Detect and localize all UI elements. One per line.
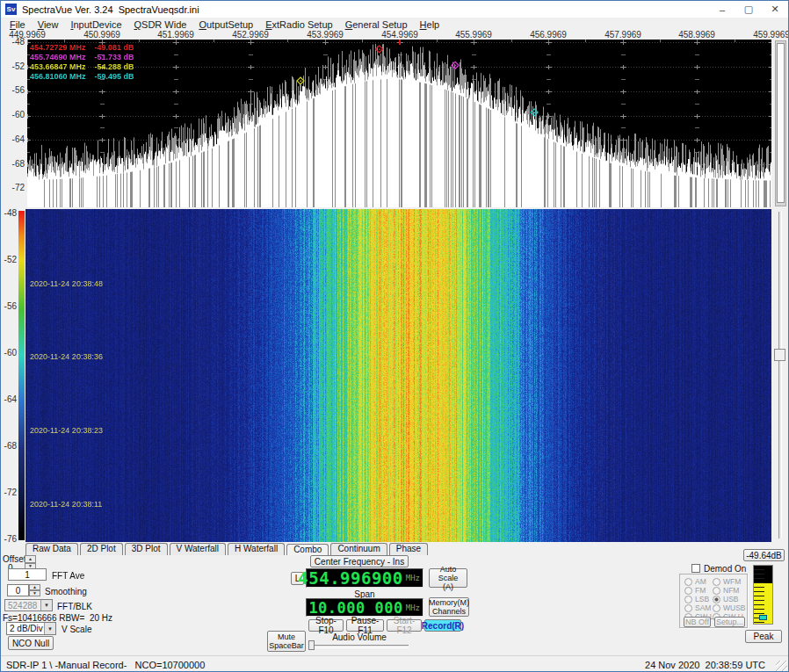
demod-on-checkbox[interactable] (691, 564, 700, 573)
waterfall-display[interactable] (25, 209, 771, 542)
resize-grip-icon[interactable] (776, 661, 787, 672)
marker-level: -49.081 dB (95, 43, 134, 53)
menu-input-device[interactable]: InputDevice (64, 18, 127, 31)
signal-meter-peak-marker (759, 615, 767, 620)
freq-tick: 459.9969 (753, 31, 789, 40)
freq-tick: 452.9969 (232, 31, 269, 40)
marker-readout-line: 456.81060 MHz -59.495 dB (30, 72, 134, 82)
marker-readout-line: 454.72729 MHz -49.081 dB (30, 43, 134, 53)
nb-off-button[interactable]: NB Off (684, 617, 711, 627)
scrollbar-thumb[interactable] (777, 43, 785, 203)
tab-raw-data[interactable]: Raw Data (25, 543, 78, 555)
v-scale-label: V Scale (62, 625, 91, 634)
menu-help[interactable]: Help (414, 18, 446, 31)
memory-channels-button[interactable]: Memory(M) Channels (429, 597, 469, 617)
spinner-up-icon[interactable]: ▲ (29, 584, 40, 590)
memory-line2: Channels (432, 607, 466, 616)
center-frequency-display[interactable]: 454.996900 MHz (306, 568, 423, 588)
radio-icon (684, 587, 692, 595)
smoothing-label: Smoothing (45, 587, 87, 596)
spectrum-db-axis: -48 -52 -56 -60 -64 -68 -72 (1, 40, 27, 207)
span-display[interactable]: 10.000 000 MHz (306, 598, 423, 617)
marker-freq: 456.81060 MHz (30, 72, 86, 82)
waterfall-db-axis: -48 -52 -56 -60 -64 -68 -72 -76 (1, 209, 18, 542)
db-tick: -68 (2, 159, 25, 169)
audio-volume-thumb[interactable] (308, 640, 315, 650)
spinner-up-icon[interactable]: ▲ (25, 555, 36, 563)
fft-ave-input[interactable] (8, 568, 47, 581)
smoothing-input[interactable] (7, 584, 29, 596)
view-tab-bar: Raw Data 2D Plot 3D Plot V Waterfall H W… (25, 543, 430, 555)
mute-button[interactable]: Mute SpaceBar (267, 631, 306, 652)
slider-thumb[interactable] (774, 349, 785, 361)
record-button[interactable]: Record(R) (424, 619, 461, 632)
stop-button[interactable]: Stop-F10 (308, 619, 344, 632)
menu-extradio-setup[interactable]: ExtRadio Setup (259, 18, 338, 31)
auto-scale-line2: (A) (443, 582, 453, 591)
marker-readout-line: 455.74690 MHz -51.733 dB (30, 53, 134, 62)
spectrum-scrollbar[interactable] (771, 40, 789, 207)
fft-blk-select[interactable]: 524288 ▼ (4, 599, 53, 611)
peak-button[interactable]: Peak (745, 630, 782, 643)
tab-combo[interactable]: Combo (286, 544, 329, 555)
center-frequency-unit: MHz (406, 574, 420, 582)
menu-file[interactable]: File (4, 18, 32, 31)
freq-tick: 455.9969 (455, 31, 492, 40)
maximize-icon[interactable]: ▢ (735, 1, 762, 18)
tab-h-waterfall[interactable]: H Waterfall (228, 543, 285, 555)
audio-volume-slider[interactable] (310, 645, 409, 648)
menu-view[interactable]: View (32, 18, 65, 31)
menu-output-setup[interactable]: OutputSetup (192, 18, 259, 31)
db-tick: -52 (1, 255, 17, 264)
db-tick: -52 (2, 61, 25, 71)
radio-wfm[interactable]: WFM (713, 577, 741, 586)
setup-button[interactable]: Setup... (714, 617, 745, 627)
start-button[interactable]: Start-F12 (387, 619, 422, 632)
pause-button[interactable]: Pause-F11 (346, 619, 384, 632)
marker-readout: 454.72729 MHz -49.081 dB 455.74690 MHz -… (30, 43, 134, 82)
auto-scale-button[interactable]: Auto Scale (A) (429, 568, 467, 588)
waterfall-contrast-slider[interactable] (771, 209, 789, 542)
frequency-axis: 449.9969 450.9969 451.9969 452.9969 453.… (1, 31, 788, 40)
radio-am[interactable]: AM (684, 577, 706, 586)
db-tick: -76 (1, 534, 17, 544)
center-frequency-button[interactable]: Center Frequency - Ins (310, 555, 409, 567)
span-value: 10.000 000 (308, 599, 402, 617)
radio-usb[interactable]: USB (713, 595, 738, 603)
radio-fm[interactable]: FM (684, 586, 706, 595)
db-tick: -48 (1, 208, 17, 218)
radio-nfm[interactable]: NFM (713, 586, 739, 595)
radio-lsb[interactable]: LSB (684, 595, 709, 603)
radio-icon (684, 604, 692, 612)
dropdown-arrow-icon: ▼ (44, 623, 55, 634)
close-icon[interactable]: ✕ (762, 1, 788, 18)
spectrum-plot[interactable] (27, 40, 771, 207)
marker-level: -54.288 dB (95, 62, 134, 72)
mute-line1: Mute (278, 632, 295, 641)
freq-tick: 454.9969 (381, 31, 418, 40)
tab-v-waterfall[interactable]: V Waterfall (170, 543, 227, 555)
tab-continuum[interactable]: Continuum (330, 543, 387, 555)
span-unit: MHz (406, 603, 420, 612)
spinner-down-icon[interactable]: ▼ (29, 590, 40, 596)
smoothing-stepper[interactable]: ▲ ▼ (29, 584, 40, 596)
db-tick: -60 (1, 348, 17, 358)
marker-readout-line: 453.66847 MHz -54.288 dB (30, 62, 134, 72)
nco-null-button[interactable]: NCO Null (8, 636, 54, 650)
menu-qsdr-wide[interactable]: QSDR Wide (128, 18, 193, 31)
status-bar: SDR-IP 1 \ -Manual Record- NCO=10700000 … (1, 655, 788, 672)
fft-blk-value: 524288 (5, 601, 40, 611)
radio-sam[interactable]: SAM (684, 603, 711, 612)
freq-tick: 450.9969 (83, 31, 120, 40)
radio-icon (684, 578, 692, 586)
fft-ave-label: FFT Ave (52, 571, 84, 581)
marker-freq: 453.66847 MHz (30, 62, 86, 72)
menu-general-setup[interactable]: General Setup (339, 18, 414, 31)
tab-2d-plot[interactable]: 2D Plot (80, 543, 123, 555)
db-tick: -72 (2, 183, 25, 192)
v-scale-select[interactable]: 2 dB/Div ▼ (6, 622, 56, 635)
minimize-icon[interactable]: – (709, 1, 735, 18)
radio-wusb[interactable]: WUSB (713, 603, 746, 612)
tab-phase[interactable]: Phase (389, 543, 428, 555)
tab-3d-plot[interactable]: 3D Plot (125, 543, 168, 555)
